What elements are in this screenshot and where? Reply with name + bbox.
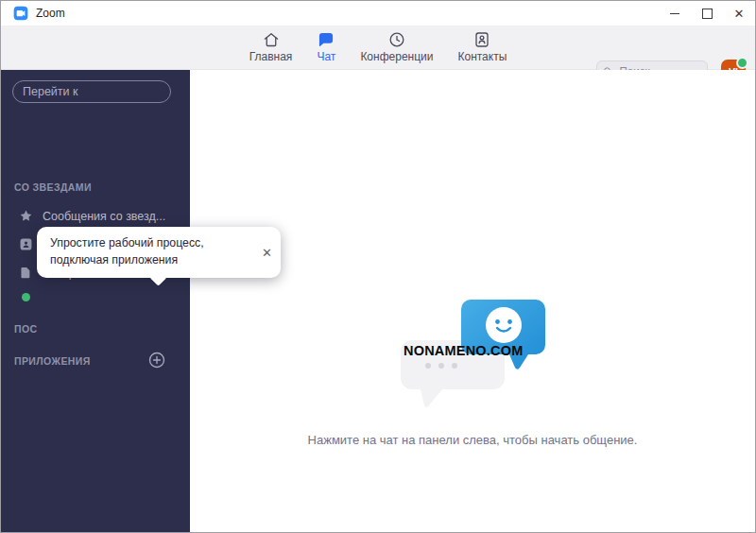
contacts-icon [472, 30, 491, 49]
window-controls: ✕ [659, 1, 755, 26]
home-icon [262, 30, 281, 49]
tab-chat-label: Чат [317, 50, 335, 63]
tab-meetings-label: Конференции [360, 50, 433, 63]
tab-home[interactable]: Главная [249, 30, 293, 63]
sidebar-item-starred-messages[interactable]: Сообщения со звезд... [19, 209, 165, 223]
top-nav-bar: Главная Чат Конференции [1, 26, 755, 70]
close-button[interactable]: ✕ [723, 1, 755, 26]
window-title: Zoom [36, 7, 65, 20]
section-apps-header: ПРИЛОЖЕНИЯ [14, 355, 91, 367]
tab-contacts-label: Контакты [457, 50, 507, 63]
zoom-window: Zoom ✕ Главная Чат [0, 0, 756, 533]
tab-contacts[interactable]: Контакты [457, 30, 507, 63]
chat-main-area: NONAMENO.COM Нажмите на чат на панели сл… [190, 70, 755, 532]
chat-sidebar: СО ЗВЕЗДАМИ Сообщения со звезд... Систем… [1, 70, 190, 532]
section-starred-header: СО ЗВЕЗДАМИ [14, 181, 92, 193]
system-notice-icon [19, 237, 33, 251]
files-icon [19, 266, 32, 280]
presence-dot-icon [22, 293, 30, 301]
nav-tabs: Главная Чат Конференции [1, 30, 755, 63]
chat-icon [317, 30, 335, 49]
tab-home-label: Главная [249, 50, 293, 63]
tab-chat[interactable]: Чат [317, 30, 335, 63]
apps-tooltip: Упростите рабочий процесс, подключая при… [37, 227, 281, 278]
tab-meetings[interactable]: Конференции [360, 30, 433, 63]
avatar-presence-dot [736, 57, 748, 69]
star-icon [19, 209, 33, 223]
jump-to-input[interactable] [12, 80, 171, 103]
empty-state-caption: Нажмите на чат на панели слева, чтобы на… [190, 433, 755, 447]
zoom-logo-icon [13, 6, 28, 21]
meetings-icon [387, 30, 406, 49]
section-recent-header: ПОС [14, 323, 38, 335]
watermark-text: NONAMENO.COM [404, 343, 523, 358]
blue-speech-bubble-illustration [460, 300, 551, 375]
tooltip-close-button[interactable]: ✕ [262, 246, 272, 258]
sidebar-item-contact-online[interactable] [19, 293, 30, 301]
tooltip-text: Упростите рабочий процесс, подключая при… [50, 235, 252, 269]
maximize-button[interactable] [691, 1, 723, 26]
close-icon: ✕ [734, 8, 745, 20]
title-bar: Zoom ✕ [1, 1, 755, 26]
maximize-icon [702, 9, 713, 19]
sidebar-item-label: Сообщения со звезд... [43, 210, 165, 223]
minimize-icon [670, 13, 679, 14]
minimize-button[interactable] [659, 1, 691, 26]
add-apps-button[interactable] [147, 351, 166, 370]
